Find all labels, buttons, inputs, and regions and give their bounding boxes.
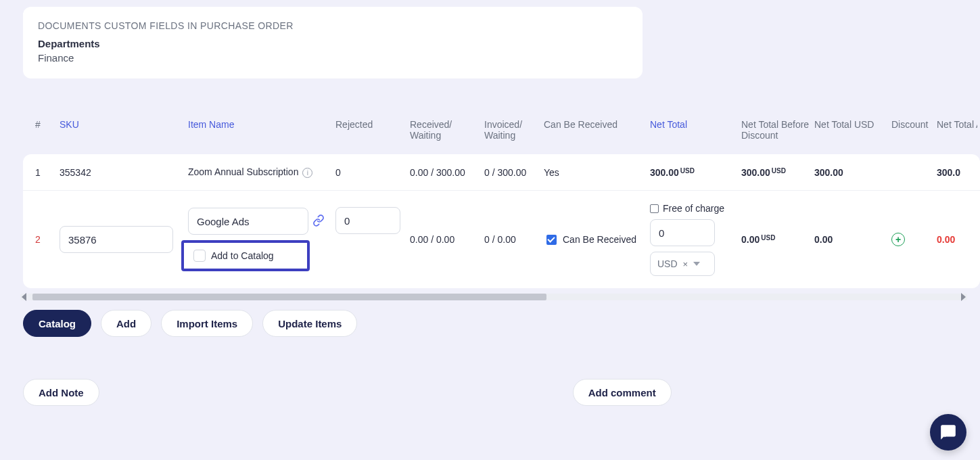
net-total-value: 300.00: [650, 167, 679, 178]
col-idx: #: [35, 119, 60, 130]
table-row: 1 355342 Zoom Annual Subscription i 0 0.…: [23, 154, 980, 190]
custom-fields-field-value: Finance: [38, 52, 628, 64]
add-discount-button[interactable]: +: [891, 233, 905, 246]
custom-fields-card: DOCUMENTS CUSTOM FIELDS IN PURCHASE ORDE…: [23, 7, 643, 78]
row-net-total-before-discount: 300.00USD: [741, 167, 814, 178]
table-header-row: # SKU Item Name Rejected Received/ Waiti…: [23, 119, 980, 154]
row-net-before: 0.00USD: [741, 234, 814, 245]
free-of-charge-line: Free of charge: [650, 203, 741, 214]
row-rejected-cell: [335, 207, 410, 234]
col-rejected: Rejected: [335, 119, 410, 130]
net-before-value: 300.00: [741, 167, 770, 178]
free-of-charge-checkbox[interactable]: [650, 204, 659, 213]
link-icon[interactable]: [312, 214, 325, 229]
currency-select-value: USD: [657, 258, 678, 269]
update-items-button[interactable]: Update Items: [262, 310, 357, 337]
row-rejected: 0: [335, 167, 410, 178]
row-sku: 355342: [60, 167, 188, 178]
col-received-waiting: Received/ Waiting: [410, 119, 484, 141]
row-net-total-cell: Free of charge USD ×: [650, 203, 741, 276]
chat-icon: [939, 423, 957, 441]
item-actions-row: Catalog Add Import Items Update Items: [23, 310, 980, 337]
rejected-input[interactable]: [335, 207, 400, 234]
currency-clear-icon[interactable]: ×: [683, 259, 689, 269]
free-of-charge-label: Free of charge: [663, 203, 724, 214]
row-name-cell: Add to Catalog: [188, 208, 335, 271]
can-be-received-checkbox[interactable]: [546, 235, 557, 245]
import-items-button[interactable]: Import Items: [161, 310, 253, 337]
scroll-thumb[interactable]: [32, 294, 546, 300]
row-received-waiting: 0.00 / 0.00: [410, 234, 484, 245]
add-note-button[interactable]: Add Note: [23, 379, 99, 406]
item-name-input[interactable]: [188, 208, 308, 235]
col-invoiced-waiting: Invoiced/ Waiting: [484, 119, 544, 141]
add-to-catalog-checkbox[interactable]: [193, 250, 206, 262]
row-invoiced-waiting: 0 / 300.00: [484, 167, 544, 178]
col-net-total-usd: Net Total USD: [814, 119, 891, 130]
row-can-be-received: Yes: [544, 167, 650, 178]
scroll-left-arrow-icon[interactable]: [22, 293, 26, 301]
row-net-total: 300.00USD: [650, 167, 741, 178]
col-discount: Discount: [891, 119, 937, 130]
sku-input[interactable]: [60, 226, 173, 253]
footer-actions-row: Add Note Add comment: [23, 379, 980, 406]
currency-select[interactable]: USD ×: [650, 252, 715, 276]
currency-badge: USD: [772, 167, 786, 175]
col-net-total-before-discount: Net Total Before Discount: [741, 119, 814, 141]
row-net-total-usd: 0.00: [814, 234, 891, 245]
custom-fields-field-label: Departments: [38, 38, 628, 49]
col-net-total-after-discount: Net Total After D: [937, 119, 977, 130]
line-items-table: # SKU Item Name Rejected Received/ Waiti…: [23, 119, 980, 288]
catalog-button[interactable]: Catalog: [23, 310, 91, 337]
col-item-name[interactable]: Item Name: [188, 119, 335, 130]
scroll-right-arrow-icon[interactable]: [961, 293, 966, 301]
can-be-received-label: Can Be Received: [563, 234, 636, 245]
currency-badge: USD: [680, 167, 695, 175]
row-item-name: Zoom Annual Subscription i: [188, 166, 335, 178]
row-discount: +: [891, 233, 937, 246]
item-name-text: Zoom Annual Subscription: [188, 166, 298, 177]
horizontal-scrollbar[interactable]: [20, 294, 967, 300]
row-index: 1: [35, 167, 60, 178]
chat-fab[interactable]: [930, 414, 966, 451]
add-button[interactable]: Add: [101, 310, 151, 337]
currency-badge: USD: [761, 234, 775, 242]
add-to-catalog-label: Add to Catalog: [211, 250, 274, 261]
net-total-input[interactable]: [650, 219, 715, 246]
add-to-catalog-container: Add to Catalog: [181, 240, 310, 271]
col-sku[interactable]: SKU: [60, 119, 188, 130]
info-icon[interactable]: i: [302, 168, 312, 178]
table-row: 2 Add to Catalog 0.00 / 0.00: [23, 190, 980, 288]
add-comment-button[interactable]: Add comment: [573, 379, 672, 406]
chevron-down-icon: [693, 262, 700, 266]
row-net-total-after-discount: 300.0: [937, 167, 977, 178]
can-be-received-checkbox-label[interactable]: Can Be Received: [544, 233, 650, 247]
row-index: 2: [35, 234, 60, 245]
custom-fields-card-title: DOCUMENTS CUSTOM FIELDS IN PURCHASE ORDE…: [38, 20, 628, 31]
col-net-total[interactable]: Net Total: [650, 119, 741, 130]
col-can-be-received: Can Be Received: [544, 119, 650, 130]
row-received-waiting: 0.00 / 300.00: [410, 167, 484, 178]
row-can-be-received-cell: Can Be Received: [544, 233, 650, 247]
row-sku-cell: [60, 226, 188, 253]
row-net-total-after-discount: 0.00: [937, 234, 977, 245]
row-invoiced-waiting: 0 / 0.00: [484, 234, 544, 245]
net-before-value: 0.00: [741, 234, 760, 245]
row-net-total-usd: 300.00: [814, 167, 891, 178]
